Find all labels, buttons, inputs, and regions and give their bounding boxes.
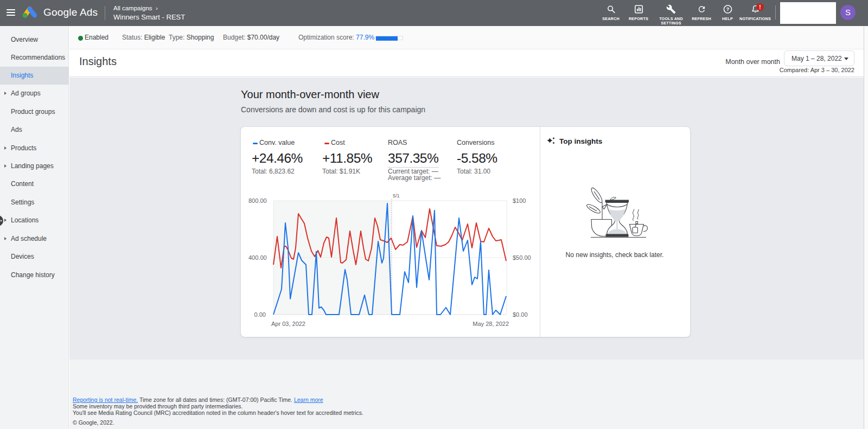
svg-text:?: ? (726, 6, 730, 12)
svg-text:!: ! (759, 4, 761, 10)
